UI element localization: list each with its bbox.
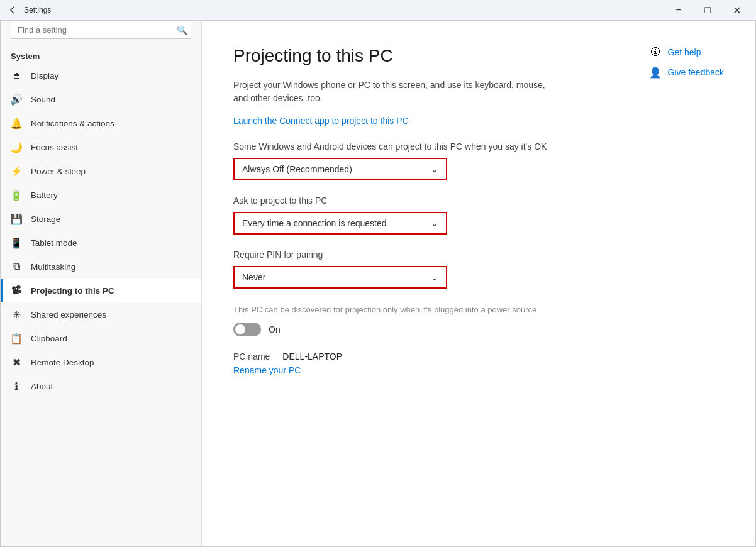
nav-label-sound: Sound [31, 95, 55, 104]
window-controls: − □ ✕ [664, 0, 751, 20]
sidebar-nav: 🖥 Display 🔊 Sound 🔔 Notifications & acti… [1, 64, 201, 398]
availability-dropdown[interactable]: Always Off (Recommended) ⌄ [233, 158, 447, 180]
nav-icon-tablet-mode: 📱 [11, 237, 22, 248]
get-help-item[interactable]: 🛈 Get help [649, 46, 725, 58]
main-content: 🛈 Get help 👤 Give feedback Projecting to… [202, 21, 755, 546]
nav-label-storage: Storage [31, 214, 60, 224]
sidebar-item-about[interactable]: ℹ About [1, 374, 201, 398]
nav-icon-storage: 💾 [11, 213, 22, 224]
help-panel: 🛈 Get help 👤 Give feedback [649, 46, 725, 79]
nav-icon-about: ℹ [11, 380, 22, 392]
sidebar-item-shared-experiences[interactable]: ✳ Shared experiences [1, 302, 201, 326]
nav-label-focus-assist: Focus assist [31, 143, 78, 152]
nav-icon-sound: 🔊 [11, 94, 22, 105]
nav-icon-shared-experiences: ✳ [11, 309, 22, 320]
section3-label: Require PIN for pairing [233, 250, 724, 260]
sidebar-item-tablet-mode[interactable]: 📱 Tablet mode [1, 231, 201, 255]
sidebar-item-clipboard[interactable]: 📋 Clipboard [1, 326, 201, 350]
nav-label-multitasking: Multitasking [31, 262, 75, 272]
nav-label-clipboard: Clipboard [31, 334, 67, 343]
rename-pc-link[interactable]: Rename your PC [233, 365, 301, 375]
ask-project-dropdown[interactable]: Every time a connection is requested ⌄ [233, 212, 447, 235]
nav-label-power-sleep: Power & sleep [31, 167, 86, 176]
sidebar-item-display[interactable]: 🖥 Display [1, 64, 201, 87]
nav-label-about: About [31, 382, 53, 391]
nav-icon-multitasking: ⧉ [11, 261, 22, 272]
chevron-down-icon1: ⌄ [431, 164, 438, 174]
search-icon[interactable]: 🔍 [177, 25, 187, 35]
nav-icon-clipboard: 📋 [11, 333, 22, 344]
page-description: Project your Windows phone or PC to this… [233, 79, 548, 105]
sidebar-item-sound[interactable]: 🔊 Sound [1, 87, 201, 111]
search-input[interactable] [11, 21, 191, 39]
get-help-link[interactable]: Get help [668, 47, 701, 57]
require-pin-value: Never [242, 272, 265, 282]
chevron-down-icon2: ⌄ [431, 218, 438, 228]
nav-label-projecting: Projecting to this PC [31, 286, 114, 296]
nav-icon-focus-assist: 🌙 [11, 141, 22, 153]
nav-label-battery: Battery [31, 191, 58, 200]
section2-label: Ask to project to this PC [233, 196, 724, 206]
maximize-button[interactable]: □ [693, 0, 722, 20]
minimize-button[interactable]: − [664, 0, 693, 20]
close-button[interactable]: ✕ [722, 0, 751, 20]
toggle-label: On [269, 324, 281, 334]
helper-text: This PC can be discovered for projection… [233, 304, 548, 316]
sidebar-section-label: System [1, 47, 201, 64]
nav-icon-remote-desktop: ✖ [11, 356, 22, 368]
nav-icon-display: 🖥 [11, 70, 22, 81]
app-window: 🔍 System 🖥 Display 🔊 Sound 🔔 Notificatio… [0, 20, 756, 547]
app-title: Settings [24, 6, 664, 14]
sidebar-item-power-sleep[interactable]: ⚡ Power & sleep [1, 159, 201, 183]
nav-label-notifications: Notifications & actions [31, 119, 114, 128]
power-source-toggle-row: On [233, 323, 724, 336]
nav-label-display: Display [31, 71, 58, 80]
nav-label-remote-desktop: Remote Desktop [31, 358, 94, 367]
sidebar-search-container: 🔍 [11, 21, 191, 39]
sidebar-item-multitasking[interactable]: ⧉ Multitasking [1, 255, 201, 279]
pcname-label: PC name [233, 351, 270, 362]
power-source-toggle[interactable] [233, 323, 261, 336]
launch-connect-link[interactable]: Launch the Connect app to project to thi… [233, 116, 409, 126]
sidebar-item-focus-assist[interactable]: 🌙 Focus assist [1, 135, 201, 159]
sidebar-item-storage[interactable]: 💾 Storage [1, 207, 201, 231]
help-circle-icon: 🛈 [649, 46, 662, 58]
chevron-down-icon3: ⌄ [431, 272, 438, 282]
titlebar: Settings − □ ✕ [0, 0, 756, 20]
pcname-row: PC name DELL-LAPTOP [233, 351, 724, 362]
sidebar-item-projecting[interactable]: 📽 Projecting to this PC [1, 279, 201, 302]
nav-icon-power-sleep: ⚡ [11, 165, 22, 177]
sidebar: 🔍 System 🖥 Display 🔊 Sound 🔔 Notificatio… [1, 21, 202, 546]
pcname-value: DELL-LAPTOP [282, 351, 342, 362]
back-button[interactable] [5, 3, 20, 18]
feedback-icon: 👤 [649, 66, 662, 79]
nav-label-tablet-mode: Tablet mode [31, 238, 77, 248]
give-feedback-item[interactable]: 👤 Give feedback [649, 66, 725, 79]
nav-icon-notifications: 🔔 [11, 118, 22, 129]
sidebar-item-remote-desktop[interactable]: ✖ Remote Desktop [1, 350, 201, 374]
require-pin-dropdown[interactable]: Never ⌄ [233, 266, 447, 289]
nav-icon-battery: 🔋 [11, 189, 22, 201]
sidebar-item-battery[interactable]: 🔋 Battery [1, 183, 201, 207]
nav-label-shared-experiences: Shared experiences [31, 310, 106, 319]
give-feedback-link[interactable]: Give feedback [668, 67, 725, 77]
section1-label: Some Windows and Android devices can pro… [233, 141, 724, 152]
sidebar-item-notifications[interactable]: 🔔 Notifications & actions [1, 111, 201, 135]
ask-project-value: Every time a connection is requested [242, 218, 387, 228]
availability-value: Always Off (Recommended) [242, 164, 352, 174]
nav-icon-projecting: 📽 [11, 285, 22, 296]
